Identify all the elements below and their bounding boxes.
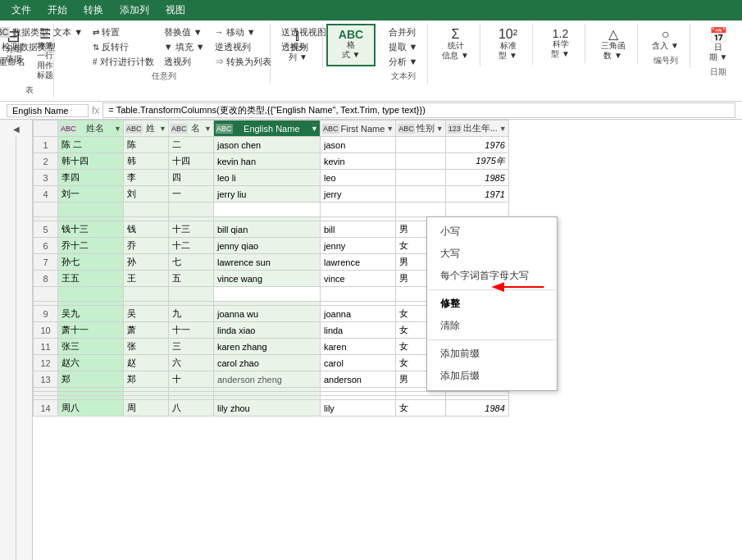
table-row: 4刘一刘一jerry liujerry1971 [34, 186, 509, 203]
group-split: ⫿ 拆分列 ▼ [274, 24, 323, 68]
col-header-chinese-name[interactable]: ABC 姓名 ▼ [58, 121, 124, 137]
group-merge: 合并列 提取 ▼ 分析 ▼ 文本列 [379, 24, 428, 84]
table-row: 3李四李四leo lileo1985 [34, 170, 509, 186]
filter-english-name[interactable]: ▼ [311, 125, 318, 133]
menu-item-add-prefix[interactable]: 添加前缀 [427, 343, 557, 365]
filter-surname[interactable]: ▼ [159, 125, 166, 133]
table-row: 2韩十四韩十四kevin hankevin1975年 [34, 153, 509, 170]
count-rows-button[interactable]: #对行进行计数 [90, 55, 157, 69]
ribbon-body: ⊟ 分组依据 ☰ 将第一行用作标题 表 ABC数据类型: 文本 ▼ 🔍检测数据类… [0, 20, 742, 102]
to-list-button[interactable]: ⇒ 转换为列表 [212, 55, 274, 69]
format-abc-icon: ABC [339, 29, 363, 40]
left-panel: ◀ [0, 120, 33, 560]
main-area: ◀ ABC 姓名 ▼ ABC [0, 120, 742, 560]
tab-start[interactable]: 开始 [39, 0, 75, 20]
parse-button[interactable]: 分析 ▼ [386, 55, 421, 69]
formula-equals: fx [92, 105, 99, 116]
date-icon: 📅 [709, 28, 727, 43]
menu-item-uppercase[interactable]: 大写 [427, 243, 557, 265]
filter-char[interactable]: ▼ [204, 125, 212, 133]
round-icon: ○ [662, 28, 670, 41]
stats-button[interactable]: Σ 统计信息 ▼ [438, 25, 473, 63]
group-table-label: 表 [25, 84, 34, 96]
highlight-arrow [484, 279, 549, 295]
group-any-column-label: 任意列 [152, 71, 176, 82]
scientific-icon: 1.2 [553, 28, 568, 39]
filter-gender[interactable]: ▼ [436, 125, 444, 133]
ribbon-tab-bar: 文件 开始 转换 添加列 视图 [0, 0, 742, 20]
column-header-row: ABC 姓名 ▼ ABC 姓 ▼ A [34, 121, 509, 137]
fill-button[interactable]: ▼ 填充 ▼ [162, 40, 207, 54]
tab-view[interactable]: 视图 [157, 0, 193, 20]
menu-item-clear[interactable]: 清除 [427, 315, 557, 337]
menu-item-lowercase[interactable]: 小写 [427, 221, 557, 243]
triangle-button[interactable]: △ 三角函数 ▼ [594, 25, 632, 63]
ribbon: 文件 开始 转换 添加列 视图 [0, 0, 742, 20]
move-button[interactable]: → 移动 ▼ [212, 25, 274, 39]
group-round: ○ 含入 ▼ 编号列 [641, 24, 690, 68]
standard-button[interactable]: 10² 标准型 ▼ [494, 25, 523, 63]
group-triangle: △ 三角函数 ▼ [589, 24, 638, 65]
date-button[interactable]: 📅 日期 ▼ [703, 25, 733, 65]
table-row: 1陈 二陈二jason chenjason1976 [34, 137, 509, 153]
left-divider [16, 137, 16, 560]
tab-file[interactable]: 文件 [3, 0, 39, 20]
stats-icon: Σ [452, 28, 460, 41]
col-header-english-name[interactable]: ABC English Name ▼ [214, 121, 321, 137]
unpivot-button[interactable]: 逆透视列 [212, 40, 274, 54]
tab-convert[interactable]: 转换 [75, 0, 112, 20]
col-header-surname[interactable]: ABC 姓 ▼ [124, 121, 169, 137]
formula-bar: English Name fx = Table.TransformColumns… [0, 102, 742, 120]
filter-first-name[interactable]: ▼ [386, 125, 394, 133]
format-button[interactable]: ABC 格式 ▼ [335, 27, 366, 61]
detect-type-button[interactable]: 🔍检测数据类型 [0, 40, 85, 54]
triangle-icon: △ [608, 28, 618, 41]
scientific-button[interactable]: 1.2 科学型 ▼ [546, 25, 576, 61]
group-any-column: ABC数据类型: 文本 ▼ 🔍检测数据类型 ✏重命名 ⇄转置 ⇅反转行 #对行进… [57, 24, 271, 84]
pivot-button[interactable]: 透视列 [162, 55, 207, 69]
menu-item-add-suffix[interactable]: 添加后缀 [427, 365, 557, 387]
col-header-first-name[interactable]: ABC First Name ▼ [321, 121, 396, 137]
spreadsheet[interactable]: ABC 姓名 ▼ ABC 姓 ▼ A [33, 120, 742, 560]
col-header-char[interactable]: ABC 名 ▼ [169, 121, 214, 137]
data-type-button[interactable]: ABC数据类型: 文本 ▼ [0, 25, 85, 39]
group-format: ABC 格式 ▼ [326, 24, 376, 66]
group-date: 📅 日期 ▼ 日期 [694, 24, 742, 80]
menu-separator-2 [427, 339, 557, 340]
formula-input[interactable]: = Table.TransformColumns(更改的类型,{{"Englis… [102, 102, 735, 118]
col-header-gender[interactable]: ABC 性别 ▼ [396, 121, 445, 137]
group-scientific: 1.2 科学型 ▼ [536, 24, 585, 63]
table-row-blank [34, 203, 509, 217]
split-icon: ⫿ [294, 28, 302, 43]
rename-button[interactable]: ✏重命名 [0, 55, 85, 69]
split-col-button[interactable]: ⫿ 拆分列 ▼ [284, 25, 313, 65]
filter-birth-year[interactable]: ▼ [499, 125, 507, 133]
replace-values-button[interactable]: 替换值 ▼ [162, 25, 207, 39]
cell-reference[interactable]: English Name [7, 104, 89, 117]
reverse-button[interactable]: ⇅反转行 [90, 40, 157, 54]
extract-button[interactable]: 提取 ▼ [386, 40, 421, 54]
merge-cols-button[interactable]: 合并列 [386, 25, 421, 39]
transpose-button[interactable]: ⇄转置 [90, 25, 157, 39]
group-standard: 10² 标准型 ▼ [484, 24, 533, 65]
corner-header [34, 121, 58, 137]
menu-item-trim[interactable]: 修整 [427, 293, 557, 315]
filter-chinese-name[interactable]: ▼ [114, 125, 121, 133]
table-row: 14周八周八 lily zhoulily女1984 [34, 400, 509, 417]
col-header-birth-year[interactable]: 123 出生年... ▼ [445, 121, 508, 137]
round-button[interactable]: ○ 含入 ▼ [648, 25, 683, 53]
tab-add-col[interactable]: 添加列 [112, 0, 157, 20]
format-dropdown-menu: 小写 大写 每个字词首字母大写 修整 清除 添加前缀 添加后缀 [426, 216, 558, 391]
standard-icon: 10² [498, 28, 517, 41]
collapse-button[interactable]: ◀ [3, 123, 30, 135]
group-stats: Σ 统计信息 ▼ [431, 24, 480, 66]
